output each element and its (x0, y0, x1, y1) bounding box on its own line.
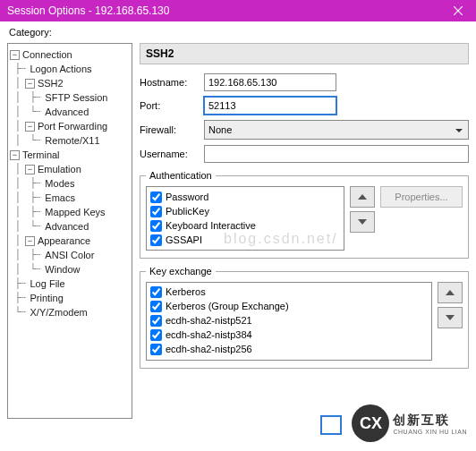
tree-zmodem[interactable]: X/Y/Zmodem (30, 305, 88, 319)
tree-emulation[interactable]: Emulation (38, 162, 81, 176)
auth-keyboard-check[interactable] (150, 220, 162, 232)
window-title: Session Options - 192.168.65.130 (7, 4, 440, 17)
collapse-icon[interactable]: − (10, 150, 20, 160)
tree-advanced2[interactable]: Advanced (45, 219, 89, 234)
tree-terminal[interactable]: Terminal (22, 148, 60, 162)
kex-item[interactable]: Kerberos (166, 286, 206, 297)
auth-item[interactable]: Keyboard Interactive (166, 220, 256, 231)
tree-port-forwarding[interactable]: Port Forwarding (38, 119, 107, 133)
tree-log-file[interactable]: Log File (30, 277, 65, 291)
auth-item[interactable]: Password (166, 191, 208, 202)
kex-item[interactable]: ecdh-sha2-nistp256 (166, 344, 252, 354)
tree-window[interactable]: Window (45, 262, 80, 277)
svg-marker-4 (446, 290, 455, 295)
tree-sftp[interactable]: SFTP Session (45, 90, 107, 105)
key-exchange-group: Key exchange Kerberos Kerberos (Group Ex… (140, 266, 469, 369)
section-header: SSH2 (140, 43, 469, 64)
hostname-label: Hostname: (140, 77, 204, 88)
tree-printing[interactable]: Printing (30, 291, 64, 305)
logo-badge-icon: CX (352, 404, 389, 442)
auth-gssapi-check[interactable] (150, 234, 162, 246)
auth-legend: Authentication (146, 170, 216, 181)
svg-marker-5 (446, 315, 455, 320)
ok-button-fragment[interactable] (320, 415, 342, 435)
collapse-icon[interactable]: − (25, 122, 35, 132)
auth-item[interactable]: GSSAPI (166, 234, 202, 245)
port-label: Port: (140, 100, 204, 111)
collapse-icon[interactable]: − (25, 79, 35, 89)
collapse-icon[interactable]: − (10, 50, 20, 60)
kex-item[interactable]: ecdh-sha2-nistp384 (166, 329, 252, 340)
firewall-select[interactable]: None (204, 120, 469, 140)
triangle-up-icon (446, 290, 455, 295)
settings-panel: SSH2 Hostname: Port: Firewall: None User… (140, 43, 469, 422)
svg-marker-3 (358, 219, 367, 225)
tree-connection[interactable]: Connection (22, 47, 72, 62)
triangle-down-icon (446, 315, 455, 320)
titlebar: Session Options - 192.168.65.130 (0, 0, 476, 21)
tree-advanced[interactable]: Advanced (45, 105, 89, 119)
kex-check[interactable] (150, 315, 162, 327)
close-icon (454, 6, 463, 15)
logo-text-pinyin: CHUANG XIN HU LIAN (393, 429, 467, 435)
tree-appearance[interactable]: Appearance (38, 234, 90, 248)
authentication-group: Authentication Password PublicKey Keyboa… (140, 170, 469, 259)
move-up-button[interactable] (350, 186, 375, 208)
tree-logon-actions[interactable]: Logon Actions (30, 62, 92, 76)
kex-check[interactable] (150, 329, 162, 341)
kex-move-up-button[interactable] (438, 282, 463, 303)
username-input[interactable] (204, 145, 469, 163)
auth-item[interactable]: PublicKey (166, 206, 209, 217)
kex-check[interactable] (150, 344, 162, 355)
tree-ssh2[interactable]: SSH2 (38, 76, 64, 90)
firewall-label: Firewall: (140, 124, 204, 135)
close-button[interactable] (440, 0, 476, 21)
triangle-up-icon (358, 194, 367, 200)
tree-modes[interactable]: Modes (45, 176, 74, 191)
svg-marker-2 (358, 194, 367, 200)
category-label: Category: (9, 27, 52, 38)
properties-button: Properties... (380, 186, 463, 208)
tree-mapped-keys[interactable]: Mapped Keys (45, 205, 105, 219)
auth-password-check[interactable] (150, 191, 162, 203)
kex-check[interactable] (150, 286, 162, 298)
auth-publickey-check[interactable] (150, 206, 162, 217)
move-down-button[interactable] (350, 211, 375, 233)
username-label: Username: (140, 149, 204, 159)
publisher-logo: CX 创新互联 CHUANG XIN HU LIAN (352, 404, 467, 442)
kex-check[interactable] (150, 301, 162, 312)
kex-list[interactable]: Kerberos Kerberos (Group Exchange) ecdh-… (146, 282, 432, 361)
tree-remote-x11[interactable]: Remote/X11 (45, 133, 99, 148)
logo-text-cn: 创新互联 (393, 413, 467, 429)
hostname-input[interactable] (204, 73, 336, 91)
kex-item[interactable]: Kerberos (Group Exchange) (166, 301, 289, 311)
collapse-icon[interactable]: − (25, 236, 35, 246)
kex-move-down-button[interactable] (438, 307, 463, 328)
collapse-icon[interactable]: − (25, 165, 35, 174)
category-tree[interactable]: −Connection ├┄ Logon Actions │ −SSH2 │ ├… (7, 43, 132, 419)
tree-ansi-color[interactable]: ANSI Color (45, 248, 94, 262)
triangle-down-icon (358, 219, 367, 225)
tree-emacs[interactable]: Emacs (45, 191, 75, 205)
kex-item[interactable]: ecdh-sha2-nistp521 (166, 315, 252, 326)
auth-list[interactable]: Password PublicKey Keyboard Interactive … (146, 186, 344, 251)
port-input[interactable] (204, 97, 336, 115)
kex-legend: Key exchange (146, 266, 216, 277)
